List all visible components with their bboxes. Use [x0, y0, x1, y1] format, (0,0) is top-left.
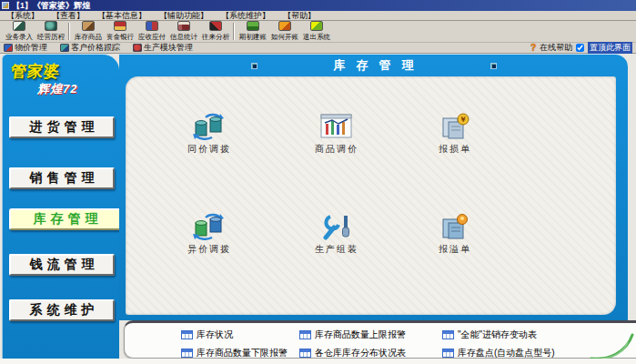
- goods-price-adjust-icon: [320, 113, 353, 140]
- feature-goods-price-adjust[interactable]: 商品调价: [282, 113, 391, 171]
- toolbar-right-group: ? 在线帮助 置顶此界面: [530, 42, 632, 54]
- toolbar-receivable-payable[interactable]: 应收应付: [136, 21, 167, 42]
- brand-logo: 管家婆: [10, 61, 61, 82]
- menu-bar: 【系统】 【查看】 【基本信息】 【辅助功能】 【系统维护】 【帮助】: [0, 11, 636, 21]
- toolbar-business-entry[interactable]: 业务录入: [3, 21, 35, 42]
- toolbar-analysis[interactable]: 往来分析: [199, 21, 231, 42]
- report-table-icon: [442, 349, 454, 358]
- question-icon: [278, 21, 291, 31]
- money-icon: [146, 21, 158, 31]
- report-table-icon: [299, 349, 311, 358]
- report-table-icon: [181, 330, 193, 339]
- mascot-swirl-decoration: [590, 331, 635, 362]
- svg-text:￥: ￥: [459, 116, 467, 124]
- sidebar-item-maintenance[interactable]: 系统维护: [9, 299, 115, 321]
- menu-system-maintenance[interactable]: 【系统维护】: [215, 10, 277, 22]
- brand-edition: 辉煌72: [37, 81, 77, 97]
- report-table-icon: [299, 330, 311, 339]
- link-inventory-status[interactable]: 库存状况: [181, 328, 233, 342]
- goods-icon: [82, 21, 95, 31]
- secondary-toolbar: 物价管理 客户价格跟踪 生产模块管理 ? 在线帮助 置顶此界面: [0, 43, 636, 54]
- feature-production-assembly[interactable]: 生产组装: [282, 213, 391, 271]
- stats-icon: [177, 21, 190, 31]
- feature-canvas: 同价调拨 商品调价: [126, 76, 616, 315]
- menu-help[interactable]: 【帮助】: [277, 10, 322, 22]
- loss-report-icon: ￥: [439, 113, 471, 140]
- main-title-row: 库存管理: [119, 55, 628, 76]
- toolbar-inventory-goods[interactable]: 库存商品: [72, 21, 104, 42]
- sidebar-item-inventory[interactable]: 库存管理: [9, 208, 122, 230]
- toolbar-initial-account[interactable]: 期初建账: [237, 21, 268, 42]
- history-icon: [45, 21, 57, 31]
- app-icon: [2, 2, 9, 9]
- main-panel: 库存管理 同价调拨: [119, 54, 628, 320]
- menu-aux-functions[interactable]: 【辅助功能】: [153, 10, 215, 22]
- report-table-icon: [442, 330, 454, 339]
- sidebar: 管家婆 辉煌72 进货管理 销售管理 库存管理 钱流管理 系统维护: [2, 54, 119, 359]
- report-table-icon: [181, 349, 193, 358]
- feature-diff-price-transfer[interactable]: 异价调拨: [155, 213, 264, 271]
- topmost-label[interactable]: 置顶此界面: [588, 42, 632, 54]
- topmost-checkbox[interactable]: [576, 44, 584, 52]
- sidebar-item-purchase[interactable]: 进货管理: [9, 116, 115, 138]
- production-assembly-icon: [320, 213, 353, 240]
- link-allround-change-table[interactable]: "全能"进销存变动表: [442, 328, 537, 342]
- help-icon: ?: [530, 43, 536, 53]
- menu-basic-info[interactable]: 【基本信息】: [91, 10, 153, 22]
- toolbar-separator: [233, 23, 235, 40]
- page-title: 库存管理: [323, 57, 425, 74]
- init-icon: [247, 21, 259, 31]
- online-help-link[interactable]: 在线帮助: [540, 42, 572, 54]
- production-module-icon: [133, 44, 142, 52]
- customer-price-icon: [60, 44, 69, 52]
- toolbar-info-statistics[interactable]: 信息统计: [167, 21, 199, 42]
- toolbar-how-to-open[interactable]: 如何开账: [268, 21, 300, 42]
- exit-icon: [310, 21, 323, 31]
- bottom-strip: [0, 359, 636, 364]
- menu-system[interactable]: 【系统】: [0, 10, 45, 22]
- title-bullet-icon: [490, 63, 497, 69]
- feature-loss-report[interactable]: ￥ 报损单: [400, 113, 510, 171]
- main-toolbar: 业务录入 经营历程 库存商品 资金银行 应收应付 信息统计 往来分析: [0, 21, 636, 43]
- analysis-icon: [209, 21, 222, 31]
- feature-same-price-transfer[interactable]: 同价调拨: [155, 113, 264, 171]
- toolbar-exit-system[interactable]: 退出系统: [300, 21, 332, 42]
- link-upper-limit-alert[interactable]: 库存商品数量上限报警: [299, 328, 406, 342]
- bank-icon: [114, 21, 126, 31]
- entry-icon: [13, 21, 25, 31]
- diff-price-transfer-icon: [192, 213, 227, 240]
- overflow-report-icon: [439, 213, 471, 240]
- sidebar-item-sales[interactable]: 销售管理: [9, 167, 115, 189]
- toolbar-production-module[interactable]: 生产模块管理: [133, 42, 193, 54]
- same-price-transfer-icon: [192, 113, 227, 140]
- toolbar-business-history[interactable]: 经营历程: [35, 21, 66, 42]
- price-manage-icon: [4, 44, 13, 52]
- title-bullet-icon: [251, 63, 257, 69]
- toolbar-customer-price-track[interactable]: 客户价格跟踪: [60, 42, 120, 54]
- toolbar-price-manage[interactable]: 物价管理: [4, 42, 47, 54]
- feature-overflow-report[interactable]: 报溢单: [400, 213, 510, 271]
- report-links-panel: 库存状况 库存商品数量上限报警 "全能"进销存变动表 库存商品数量下限报警 各仓…: [124, 320, 636, 359]
- toolbar-separator: [68, 23, 70, 40]
- sidebar-item-cashflow[interactable]: 钱流管理: [9, 254, 115, 276]
- toolbar-funds-bank[interactable]: 资金银行: [104, 21, 136, 42]
- menu-view[interactable]: 【查看】: [45, 10, 91, 22]
